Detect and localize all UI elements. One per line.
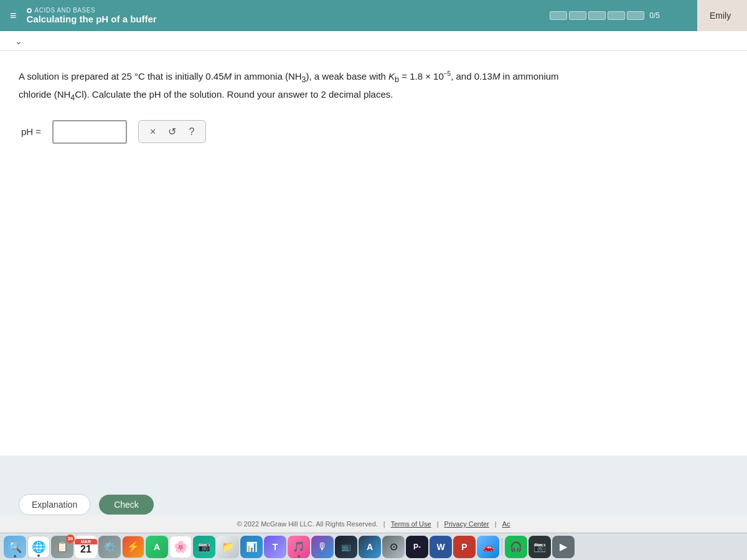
dock-item-chrome[interactable]: 🌐 [27,536,50,558]
progress-bar: 0/5 [550,11,660,20]
progress-segment-3 [588,11,606,20]
terms-link[interactable]: Terms of Use [391,520,431,528]
dock-item-appletv[interactable]: 📺 [335,536,357,558]
dock-separator [502,538,502,556]
accessibility-link[interactable]: Ac [502,520,510,528]
dock-item-facetime[interactable]: 📷 [193,536,215,558]
appletv-icon: 📺 [341,542,351,551]
dock-item-powerpoint[interactable]: P [453,536,476,558]
problem-statement: A solution is prepared at 25 °C that is … [19,68,579,105]
terminal-icon: P- [413,543,421,551]
maps-icon: 🚗 [483,542,494,552]
dock-item-word[interactable]: W [430,536,452,558]
footer-bar: © 2022 McGraw Hill LLC. All Rights Reser… [0,515,747,533]
dock-item-spotify[interactable]: 🎧 [505,536,527,558]
dock-item-arrow[interactable]: ▶ [552,536,575,558]
finder-icon: 🔍 [8,540,22,554]
dock-item-notifications[interactable]: 📋 36 [51,536,73,558]
spotify-icon: 🎧 [510,541,522,553]
header-title-group: ACIDS AND BASES Calculating the pH of a … [27,7,157,24]
main-content: A solution is prepared at 25 °C that is … [0,51,747,455]
launchpad-icon: ⚡ [127,541,139,553]
user-area[interactable]: Emily [697,0,747,31]
copyright-text: © 2022 McGraw Hill LLC. All Rights Reser… [237,520,377,528]
progress-segment-5 [627,11,644,20]
dock-item-teleprompter[interactable]: T [264,536,286,558]
undo-button[interactable]: ↺ [166,124,179,139]
photos-icon: 🌸 [174,540,187,554]
progress-label: 0/5 [649,11,660,20]
dock-item-analytics[interactable]: 📊 [240,536,263,558]
page-title: Calculating the pH of a buffer [27,14,157,24]
files-icon: 📁 [222,541,234,553]
explanation-button[interactable]: Explanation [19,494,90,515]
header-bar: ≡ ACIDS AND BASES Calculating the pH of … [0,0,747,31]
teleprompter-icon: T [273,542,278,552]
word-icon: W [436,542,444,552]
circle-app-icon: ⊙ [390,541,398,553]
ph-input[interactable] [52,120,127,144]
dock-item-system-prefs[interactable]: ⚙️ [98,536,121,558]
user-name: Emily [710,11,731,21]
video-icon: 📷 [533,541,546,553]
footer-separator-3: | [493,520,499,528]
dock-item-calendar[interactable]: MAR 21 [75,536,97,558]
category-dot-icon [27,8,32,13]
dock-item-terminal[interactable]: P- [406,536,428,558]
dock-item-app-blue-a[interactable]: A [359,536,381,558]
music-icon: 🎵 [293,541,305,553]
progress-segments [550,11,644,20]
ph-label: pH = [21,126,41,137]
action-buttons-group: × ↺ ? [138,120,206,143]
clear-button[interactable]: × [148,125,158,139]
progress-segment-1 [550,11,567,20]
collapse-button[interactable]: ⌄ [10,34,27,49]
dock-item-finder[interactable]: 🔍 [4,536,26,558]
arrow-icon: ▶ [560,541,567,553]
footer-separator-1: | [382,520,387,528]
chrome-icon: 🌐 [32,540,45,554]
help-button[interactable]: ? [186,125,197,139]
dock-item-files[interactable]: 📁 [217,536,239,558]
header-category: ACIDS AND BASES [27,7,157,14]
menu-icon[interactable]: ≡ [10,9,17,22]
app-a-icon: A [154,542,160,552]
check-button[interactable]: Check [99,495,154,515]
dock-item-podcast[interactable]: 🎙 [311,536,334,558]
progress-segment-2 [569,11,586,20]
podcast-icon: 🎙 [317,541,327,553]
answer-row: pH = × ↺ ? [21,120,728,144]
system-prefs-icon: ⚙️ [103,541,116,553]
notification-badge: 36 [66,534,75,543]
dock-item-app-a[interactable]: A [146,536,168,558]
powerpoint-icon: P [461,542,467,552]
calendar-date: 21 [80,544,92,554]
notification-icon: 📋 [56,541,68,553]
dock: 🔍 🌐 📋 36 MAR 21 ⚙️ ⚡ A 🌸 📷 📁 📊 [0,533,747,560]
bottom-actions: Explanation Check [0,494,747,515]
dock-item-circle-app[interactable]: ⊙ [382,536,405,558]
facetime-icon: 📷 [198,541,210,553]
dock-item-photos[interactable]: 🌸 [169,536,192,558]
dock-item-maps[interactable]: 🚗 [477,536,499,558]
app-blue-a-icon: A [367,542,373,552]
footer-separator-2: | [435,520,441,528]
dock-item-video[interactable]: 📷 [529,536,551,558]
analytics-icon: 📊 [246,541,258,553]
dock-item-music[interactable]: 🎵 [288,536,310,558]
chevron-bar: ⌄ [0,31,747,51]
progress-segment-4 [608,11,625,20]
privacy-link[interactable]: Privacy Center [444,520,489,528]
dock-item-launchpad[interactable]: ⚡ [122,536,144,558]
